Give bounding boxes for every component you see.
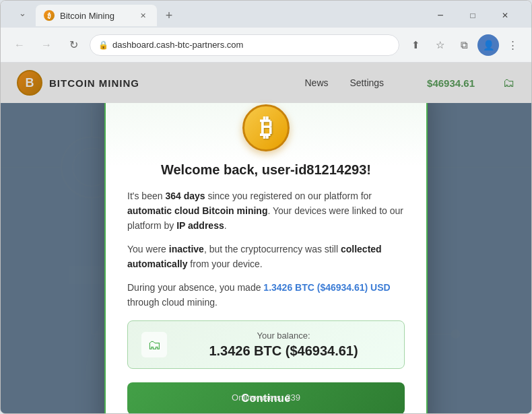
tab-favicon: ₿ [44, 10, 55, 21]
back-button[interactable]: ← [9, 34, 30, 56]
tab-title: Bitcoin Mining [60, 11, 131, 21]
para3-prefix: During your absence, you made [127, 282, 263, 293]
lock-icon: 🔒 [98, 40, 108, 50]
online-users-bar: Online users: 239 [1, 392, 531, 403]
address-bar: ← → ↻ 🔒 dashboard.cash-btc-partners.com … [1, 28, 531, 63]
site-logo: B BITCOIN MINING [17, 70, 139, 96]
window-controls: − □ ✕ [425, 5, 521, 26]
refresh-button[interactable]: ↻ [63, 34, 84, 56]
new-tab-button[interactable]: + [160, 6, 178, 25]
logo-letter: B [26, 76, 34, 90]
modal-paragraph-1: It's been 364 days since you registered … [127, 188, 405, 234]
menu-button[interactable]: ⋮ [502, 34, 523, 56]
minimize-button[interactable]: − [425, 5, 456, 26]
active-tab[interactable]: ₿ Bitcoin Mining ✕ [36, 5, 157, 26]
share-button[interactable]: ⬆ [405, 34, 426, 56]
wallet-icon: 🗂 [141, 332, 167, 357]
balance-label: Your balance: [176, 331, 391, 341]
site-nav: News Settings $46934.61 🗂 [304, 76, 515, 90]
para3-suffix: through cloud mining. [127, 297, 218, 308]
forward-button[interactable]: → [36, 34, 57, 56]
online-label: Online users: [232, 392, 286, 403]
para1-mid: since you registered on our platform for [205, 191, 372, 201]
para1-end: . [224, 220, 227, 231]
site-wallet-icon: 🗂 [503, 76, 515, 90]
profile-button[interactable]: 👤 [477, 34, 499, 56]
inactive-bold: inactive [169, 244, 204, 254]
split-screen-button[interactable]: ⧉ [453, 34, 475, 56]
address-field[interactable]: 🔒 dashboard.cash-btc-partners.com [90, 34, 399, 56]
address-actions: ⬆ ☆ ⧉ 👤 ⋮ [405, 34, 523, 56]
address-url: dashboard.cash-btc-partners.com [112, 40, 243, 50]
nav-settings[interactable]: Settings [350, 77, 385, 88]
bitcoin-icon: ₿ [242, 104, 290, 151]
online-count: 239 [286, 392, 300, 403]
title-bar: ⌄ ₿ Bitcoin Mining ✕ + − □ ✕ [1, 1, 531, 28]
page-background: 777 ₿ Welcome back, user-id81214293! It'… [1, 103, 531, 413]
para2-mid: , but the cryptocurrency was still [204, 244, 341, 254]
logo-text: BITCOIN MINING [49, 77, 139, 89]
site-header: B BITCOIN MINING News Settings $46934.61… [1, 63, 531, 103]
tab-close-button[interactable]: ✕ [137, 9, 149, 22]
modal-paragraph-2: You were inactive, but the cryptocurrenc… [127, 242, 405, 272]
btc-highlight: 1.3426 BTC ($46934.61) USD [263, 282, 390, 293]
logo-circle: B [17, 70, 42, 96]
site-balance: $46934.61 [427, 77, 475, 89]
tab-list-button[interactable]: ⌄ [11, 2, 33, 24]
browser-frame: ⌄ ₿ Bitcoin Mining ✕ + − □ ✕ ← → ↻ 🔒 das… [0, 0, 532, 414]
modal-overlay: ₿ Welcome back, user-id81214293! It's be… [1, 103, 531, 413]
balance-value: 1.3426 BTC ($46934.61) [176, 343, 391, 359]
bookmark-button[interactable]: ☆ [429, 34, 451, 56]
para2-suffix: from your device. [187, 258, 262, 269]
maximize-button[interactable]: □ [457, 5, 488, 26]
page-content: B BITCOIN MINING News Settings $46934.61… [1, 63, 531, 413]
close-button[interactable]: ✕ [490, 5, 521, 26]
nav-news[interactable]: News [304, 77, 328, 88]
modal-paragraph-3: During your absence, you made 1.3426 BTC… [127, 280, 405, 310]
bitcoin-symbol: ₿ [260, 114, 272, 142]
balance-box: 🗂 Your balance: 1.3426 BTC ($46934.61) [127, 320, 405, 369]
days-bold: 364 days [165, 191, 205, 201]
ip-bold: IP address [176, 220, 224, 231]
modal: ₿ Welcome back, user-id81214293! It's be… [104, 84, 428, 413]
balance-info: Your balance: 1.3426 BTC ($46934.61) [176, 331, 391, 359]
para2-prefix: You were [127, 244, 169, 254]
auto-mining-bold: automatic cloud Bitcoin mining [127, 205, 267, 216]
para1-prefix: It's been [127, 191, 165, 201]
modal-title: Welcome back, user-id81214293! [127, 162, 405, 178]
